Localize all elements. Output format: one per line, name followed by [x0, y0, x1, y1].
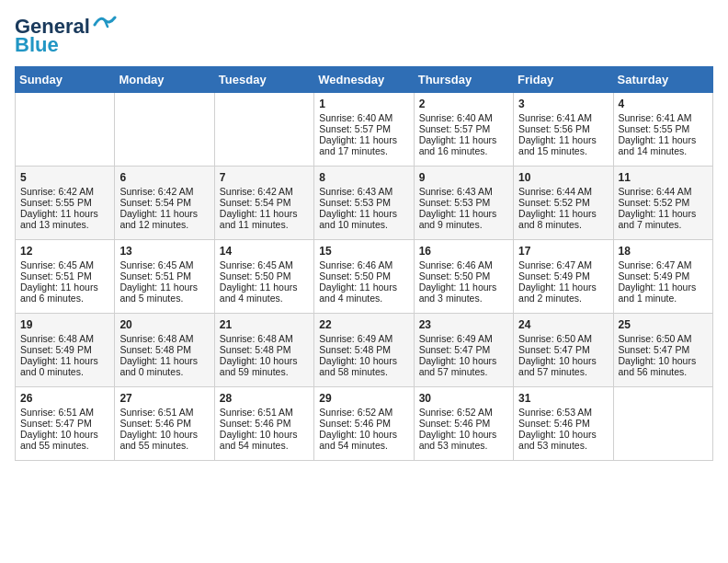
- day-number: 29: [319, 392, 408, 405]
- day-number: 13: [119, 245, 209, 258]
- weekday-header: Thursday: [414, 67, 513, 93]
- calendar-cell: 12Sunrise: 6:45 AMSunset: 5:51 PMDayligh…: [16, 240, 115, 314]
- sunset-text: Sunset: 5:54 PM: [220, 197, 309, 208]
- calendar-cell: 13Sunrise: 6:45 AMSunset: 5:51 PMDayligh…: [115, 240, 214, 314]
- calendar-cell: 16Sunrise: 6:46 AMSunset: 5:50 PMDayligh…: [414, 240, 513, 314]
- daylight-text: Daylight: 11 hours and 2 minutes.: [518, 282, 608, 304]
- daylight-text: Daylight: 11 hours and 16 minutes.: [419, 134, 508, 156]
- day-number: 12: [20, 245, 109, 258]
- calendar-cell: 7Sunrise: 6:42 AMSunset: 5:54 PMDaylight…: [214, 167, 313, 240]
- calendar-cell: 15Sunrise: 6:46 AMSunset: 5:50 PMDayligh…: [314, 240, 414, 314]
- sunrise-text: Sunrise: 6:48 AM: [220, 333, 309, 344]
- calendar-week-row: 12Sunrise: 6:45 AMSunset: 5:51 PMDayligh…: [16, 240, 713, 314]
- daylight-text: Daylight: 10 hours and 53 minutes.: [518, 429, 608, 451]
- day-number: 27: [119, 392, 209, 405]
- day-number: 30: [419, 392, 508, 405]
- weekday-header: Wednesday: [314, 67, 414, 93]
- daylight-text: Daylight: 11 hours and 11 minutes.: [220, 208, 309, 230]
- sunrise-text: Sunrise: 6:41 AM: [518, 112, 608, 123]
- daylight-text: Daylight: 11 hours and 13 minutes.: [20, 208, 109, 230]
- sunset-text: Sunset: 5:47 PM: [518, 344, 608, 355]
- sunrise-text: Sunrise: 6:47 AM: [518, 259, 608, 270]
- daylight-text: Daylight: 11 hours and 0 minutes.: [119, 355, 209, 377]
- sunrise-text: Sunrise: 6:48 AM: [20, 333, 109, 344]
- sunset-text: Sunset: 5:50 PM: [319, 270, 408, 282]
- sunset-text: Sunset: 5:47 PM: [419, 344, 508, 355]
- daylight-text: Daylight: 11 hours and 10 minutes.: [319, 208, 408, 230]
- sunset-text: Sunset: 5:47 PM: [20, 418, 109, 429]
- calendar-cell: 24Sunrise: 6:50 AMSunset: 5:47 PMDayligh…: [514, 314, 613, 387]
- sunrise-text: Sunrise: 6:49 AM: [319, 333, 408, 344]
- calendar-week-row: 19Sunrise: 6:48 AMSunset: 5:49 PMDayligh…: [16, 314, 713, 387]
- sunrise-text: Sunrise: 6:42 AM: [220, 186, 309, 197]
- daylight-text: Daylight: 11 hours and 0 minutes.: [20, 355, 109, 377]
- sunrise-text: Sunrise: 6:52 AM: [319, 407, 408, 418]
- daylight-text: Daylight: 11 hours and 14 minutes.: [619, 134, 708, 156]
- calendar-cell: 17Sunrise: 6:47 AMSunset: 5:49 PMDayligh…: [514, 240, 613, 314]
- sunrise-text: Sunrise: 6:41 AM: [619, 112, 708, 123]
- daylight-text: Daylight: 10 hours and 57 minutes.: [518, 355, 608, 377]
- calendar-cell: 3Sunrise: 6:41 AMSunset: 5:56 PMDaylight…: [514, 93, 613, 167]
- sunrise-text: Sunrise: 6:51 AM: [119, 407, 209, 418]
- weekday-header: Saturday: [613, 67, 712, 93]
- calendar-cell: 22Sunrise: 6:49 AMSunset: 5:48 PMDayligh…: [314, 314, 414, 387]
- calendar-table: SundayMondayTuesdayWednesdayThursdayFrid…: [15, 66, 713, 461]
- logo-blue: Blue: [15, 33, 59, 57]
- calendar-week-row: 1Sunrise: 6:40 AMSunset: 5:57 PMDaylight…: [16, 93, 713, 167]
- day-number: 21: [220, 318, 309, 331]
- sunset-text: Sunset: 5:57 PM: [419, 123, 508, 134]
- weekday-header: Monday: [115, 67, 214, 93]
- daylight-text: Daylight: 10 hours and 53 minutes.: [419, 429, 508, 451]
- weekday-header-row: SundayMondayTuesdayWednesdayThursdayFrid…: [16, 67, 713, 93]
- daylight-text: Daylight: 11 hours and 4 minutes.: [220, 282, 309, 304]
- sunset-text: Sunset: 5:50 PM: [220, 270, 309, 282]
- day-number: 3: [518, 98, 608, 110]
- calendar-cell: [115, 93, 214, 167]
- sunset-text: Sunset: 5:51 PM: [20, 270, 109, 282]
- calendar-cell: 2Sunrise: 6:40 AMSunset: 5:57 PMDaylight…: [414, 93, 513, 167]
- daylight-text: Daylight: 10 hours and 54 minutes.: [220, 429, 309, 451]
- day-number: 11: [619, 171, 708, 184]
- sunrise-text: Sunrise: 6:44 AM: [619, 186, 708, 197]
- day-number: 22: [319, 318, 408, 331]
- sunset-text: Sunset: 5:46 PM: [220, 418, 309, 429]
- sunrise-text: Sunrise: 6:47 AM: [619, 259, 708, 270]
- day-number: 17: [518, 245, 608, 258]
- sunset-text: Sunset: 5:57 PM: [319, 123, 408, 134]
- daylight-text: Daylight: 10 hours and 57 minutes.: [419, 355, 508, 377]
- day-number: 9: [419, 171, 508, 184]
- calendar-cell: 4Sunrise: 6:41 AMSunset: 5:55 PMDaylight…: [613, 93, 712, 167]
- sunrise-text: Sunrise: 6:45 AM: [20, 259, 109, 270]
- calendar-cell: 28Sunrise: 6:51 AMSunset: 5:46 PMDayligh…: [214, 387, 313, 461]
- day-number: 26: [20, 392, 109, 405]
- sunset-text: Sunset: 5:49 PM: [619, 270, 708, 282]
- day-number: 28: [220, 392, 309, 405]
- day-number: 8: [319, 171, 408, 184]
- sunrise-text: Sunrise: 6:40 AM: [319, 112, 408, 123]
- calendar-cell: [214, 93, 313, 167]
- sunset-text: Sunset: 5:48 PM: [319, 344, 408, 355]
- sunset-text: Sunset: 5:46 PM: [119, 418, 209, 429]
- calendar-cell: 21Sunrise: 6:48 AMSunset: 5:48 PMDayligh…: [214, 314, 313, 387]
- sunrise-text: Sunrise: 6:46 AM: [319, 259, 408, 270]
- sunset-text: Sunset: 5:47 PM: [619, 344, 708, 355]
- sunrise-text: Sunrise: 6:45 AM: [220, 259, 309, 270]
- day-number: 25: [619, 318, 708, 331]
- daylight-text: Daylight: 10 hours and 55 minutes.: [119, 429, 209, 451]
- sunset-text: Sunset: 5:49 PM: [518, 270, 608, 282]
- weekday-header: Sunday: [16, 67, 115, 93]
- day-number: 5: [20, 171, 109, 184]
- sunset-text: Sunset: 5:56 PM: [518, 123, 608, 134]
- calendar-cell: 19Sunrise: 6:48 AMSunset: 5:49 PMDayligh…: [16, 314, 115, 387]
- logo-bird-icon: [93, 16, 117, 34]
- sunset-text: Sunset: 5:54 PM: [119, 197, 209, 208]
- calendar-cell: 8Sunrise: 6:43 AMSunset: 5:53 PMDaylight…: [314, 167, 414, 240]
- sunset-text: Sunset: 5:52 PM: [619, 197, 708, 208]
- daylight-text: Daylight: 10 hours and 54 minutes.: [319, 429, 408, 451]
- sunrise-text: Sunrise: 6:50 AM: [518, 333, 608, 344]
- sunrise-text: Sunrise: 6:49 AM: [419, 333, 508, 344]
- calendar-cell: 11Sunrise: 6:44 AMSunset: 5:52 PMDayligh…: [613, 167, 712, 240]
- day-number: 23: [419, 318, 508, 331]
- daylight-text: Daylight: 11 hours and 17 minutes.: [319, 134, 408, 156]
- sunrise-text: Sunrise: 6:42 AM: [119, 186, 209, 197]
